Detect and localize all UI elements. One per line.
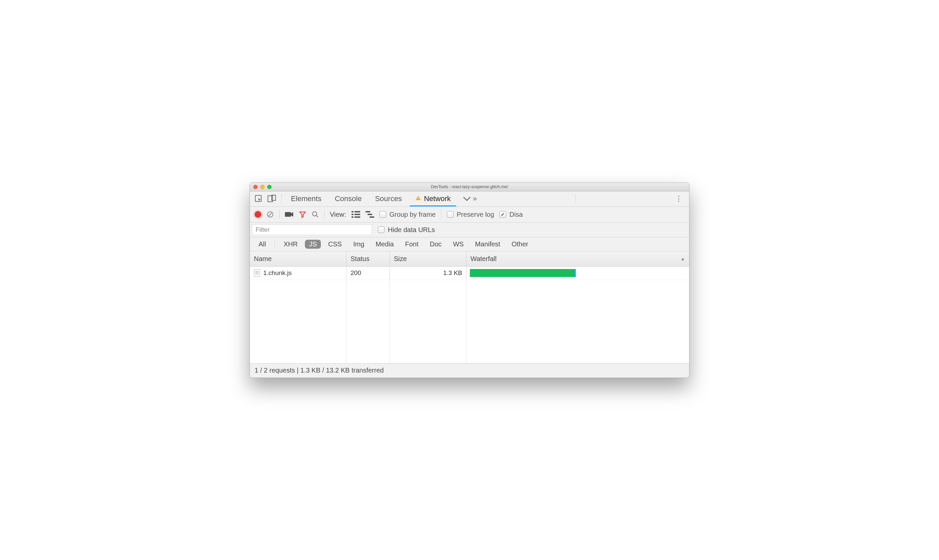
col-size[interactable]: Size — [390, 251, 467, 266]
svg-rect-11 — [355, 211, 360, 212]
disable-cache[interactable]: Disa — [500, 211, 523, 218]
svg-rect-18 — [370, 216, 374, 218]
traffic-lights — [253, 185, 271, 189]
svg-rect-7 — [285, 212, 291, 217]
sort-indicator-icon: ▲ — [680, 256, 685, 262]
large-rows-icon[interactable] — [352, 211, 360, 218]
filter-row: Hide data URLs — [250, 223, 689, 237]
network-toolbar: View: Group by frame Preserve log Disa — [250, 207, 689, 223]
svg-point-8 — [313, 212, 317, 216]
clear-button[interactable] — [267, 211, 274, 218]
devtools-window: DevTools - react-lazy-suspense.glitch.me… — [250, 182, 689, 378]
hide-data-urls[interactable]: Hide data URLs — [378, 226, 435, 234]
cell-status: 200 — [347, 267, 390, 280]
table-empty-area — [250, 280, 689, 363]
separator — [324, 210, 325, 219]
type-filter-all[interactable]: All — [254, 240, 270, 249]
cell-size: 1.3 KB — [390, 267, 467, 280]
filter-icon[interactable] — [299, 211, 306, 218]
filter-input[interactable] — [252, 225, 372, 235]
tab-network[interactable]: Network — [410, 191, 456, 206]
separator — [441, 210, 441, 219]
svg-rect-15 — [355, 216, 360, 218]
waterfall-overview-icon[interactable] — [365, 211, 374, 218]
type-filter-img[interactable]: Img — [349, 240, 368, 249]
search-icon[interactable] — [311, 211, 319, 218]
svg-rect-10 — [352, 211, 353, 212]
capture-screenshots-icon[interactable] — [285, 211, 294, 217]
type-filter-ws[interactable]: WS — [449, 240, 467, 249]
svg-rect-3 — [418, 197, 418, 199]
window-title: DevTools - react-lazy-suspense.glitch.me… — [250, 185, 689, 189]
tab-sources[interactable]: Sources — [370, 191, 407, 206]
svg-rect-12 — [352, 214, 353, 215]
disable-cache-checkbox[interactable] — [500, 211, 506, 218]
cell-waterfall — [467, 267, 689, 280]
svg-rect-13 — [355, 214, 360, 215]
tab-strip: Elements Console Sources Network » ⋮ — [250, 191, 689, 207]
svg-rect-14 — [352, 216, 353, 218]
table-header: Name Status Size Waterfall ▲ — [250, 251, 689, 267]
window-maximize-button[interactable] — [267, 185, 271, 189]
svg-rect-17 — [367, 214, 372, 215]
table-row[interactable]: 1.chunk.js 200 1.3 KB — [250, 267, 689, 280]
type-filter-js[interactable]: JS — [305, 240, 321, 249]
window-minimize-button[interactable] — [260, 185, 265, 189]
cell-name: 1.chunk.js — [250, 267, 347, 280]
table-body: 1.chunk.js 200 1.3 KB — [250, 267, 689, 363]
window-close-button[interactable] — [253, 185, 257, 189]
tab-console[interactable]: Console — [330, 191, 367, 206]
group-by-frame[interactable]: Group by frame — [379, 211, 436, 218]
kebab-menu-icon[interactable]: ⋮ — [672, 194, 686, 203]
preserve-log[interactable]: Preserve log — [447, 211, 494, 218]
file-icon — [254, 269, 260, 277]
separator — [281, 194, 282, 203]
type-filter-css[interactable]: CSS — [324, 240, 346, 249]
svg-rect-4 — [418, 199, 418, 199]
type-filter-row: All XHR JS CSS Img Media Font Doc WS Man… — [250, 237, 689, 251]
preserve-log-checkbox[interactable] — [447, 211, 453, 218]
inspect-icon[interactable] — [253, 195, 264, 203]
separator — [575, 194, 576, 203]
col-status[interactable]: Status — [347, 251, 390, 266]
warning-icon — [415, 195, 421, 203]
hide-data-urls-checkbox[interactable] — [378, 226, 384, 233]
col-waterfall[interactable]: Waterfall ▲ — [467, 251, 689, 266]
type-filter-other[interactable]: Other — [507, 240, 532, 249]
more-tabs-icon[interactable]: » — [459, 194, 481, 203]
type-filter-doc[interactable]: Doc — [426, 240, 446, 249]
view-label: View: — [330, 211, 346, 218]
svg-line-9 — [316, 215, 318, 217]
waterfall-bar — [470, 269, 576, 277]
status-bar: 1 / 2 requests | 1.3 KB / 13.2 KB transf… — [250, 363, 689, 378]
record-button[interactable] — [254, 211, 261, 218]
svg-line-6 — [268, 212, 273, 217]
requests-table: Name Status Size Waterfall ▲ 1.chunk.js … — [250, 251, 689, 363]
col-name[interactable]: Name — [250, 251, 347, 266]
separator — [274, 240, 275, 248]
group-by-frame-checkbox[interactable] — [379, 211, 386, 218]
svg-rect-16 — [365, 211, 370, 212]
type-filter-manifest[interactable]: Manifest — [471, 240, 504, 249]
device-toggle-icon[interactable] — [267, 195, 277, 203]
type-filter-xhr[interactable]: XHR — [279, 240, 302, 249]
type-filter-font[interactable]: Font — [401, 240, 422, 249]
titlebar: DevTools - react-lazy-suspense.glitch.me… — [250, 183, 689, 191]
tab-elements[interactable]: Elements — [285, 191, 327, 206]
type-filter-media[interactable]: Media — [372, 240, 398, 249]
